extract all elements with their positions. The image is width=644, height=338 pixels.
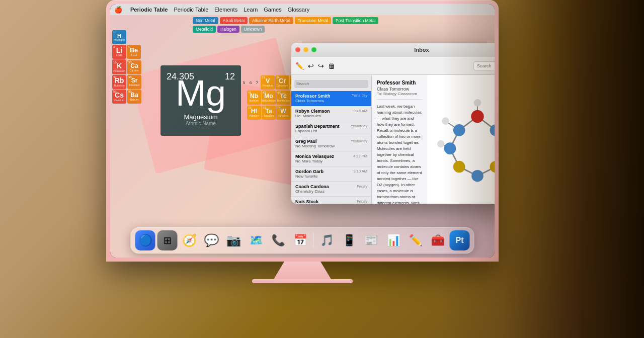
cat-alkali[interactable]: Alkali Metal [220,17,248,24]
cat-post-transition[interactable]: Post Transition Metal [333,17,378,24]
mail-folder-search[interactable] [294,80,368,88]
person-overlay [443,0,644,338]
mail-item-gordon[interactable]: 9:10 AM Gordon Garb New favorite [291,166,371,182]
imac-monitor: 🍎 Periodic Table Periodic Table Elements… [106,0,499,282]
menu-games[interactable]: Games [264,7,281,13]
dock-numbers[interactable]: 📊 [383,230,404,250]
reply-icon[interactable]: ↩ [308,62,314,70]
dock-messages[interactable]: 💬 [202,230,222,250]
dock-safari[interactable]: 🧭 [180,230,200,250]
dock-launchpad[interactable]: ⊞ [157,230,178,250]
close-button[interactable] [295,47,300,52]
menu-bar: 🍎 Periodic Table Periodic Table Elements… [110,4,495,15]
dock-calendar[interactable]: 📅 [290,230,310,250]
imac-base [252,279,353,283]
dock-maps[interactable]: 🗺️ [246,230,266,250]
element-Cr[interactable]: 24 Cr Chromium [275,75,289,90]
fullscreen-button[interactable] [311,47,316,52]
element-W[interactable]: 74 W Tungsten [276,106,290,120]
element-Rb[interactable]: 37 Rb Rubidium [112,75,126,89]
menu-elements[interactable]: Elements [214,7,237,13]
imac-screen: 🍎 Periodic Table Periodic Table Elements… [110,4,495,258]
menu-learn[interactable]: Learn [244,7,258,13]
mail-item-nick[interactable]: Friday Nick Stock Chemistry Class [291,197,371,204]
element-Be[interactable]: 4 Be 9.012 [127,45,141,59]
email-subject: Class Tomorrow [377,87,422,92]
element-K[interactable]: 19 K Potassium [112,60,126,74]
mail-item-greg[interactable]: Yesterday Greg Paul No Meeting Tomorrow [291,136,371,151]
menu-glossary[interactable]: Glossary [288,7,309,13]
element-Ta[interactable]: 73 Ta Tantalum [262,106,276,120]
cat-alkaline[interactable]: Alkaline Earth Metal [249,17,293,24]
dock-music[interactable]: 🎵 [317,230,337,250]
dock-pages[interactable]: ✏️ [406,230,426,250]
element-Ca[interactable]: 20 Ca Calcium [127,60,141,74]
minimize-button[interactable] [303,47,308,52]
dock-finder[interactable]: 🔵 [135,230,155,250]
mail-item-monica[interactable]: 4:22 PM Monica Velasquez No More Today [291,151,371,166]
mail-item-spanish[interactable]: Yesterday Spanish Department Español Lis… [291,121,371,136]
mail-list-sidebar: Yesterday Professor Smith Class Tomorrow… [291,75,372,204]
dock-photos[interactable]: 📷 [224,230,244,250]
email-to: To: Biology Classroom [377,92,422,96]
compose-icon[interactable]: ✏️ [295,62,304,70]
alkaline-column: 20 Ca Calcium 38 Sr Strontium 56 [127,60,141,104]
element-Li[interactable]: 3 Li 6.941 [112,45,126,59]
delete-icon[interactable]: 🗑 [328,62,335,70]
dock-separator-1 [313,232,314,248]
element-Cs[interactable]: 55 Cs Caesium [112,90,126,104]
desktop-background: Non Metal Alkali Metal Alkaline Earth Me… [110,15,495,258]
element-Sr[interactable]: 38 Sr Strontium [127,75,141,89]
dock-facetime[interactable]: 📞 [268,230,288,250]
mail-item-coach[interactable]: Friday Coach Cardona Chemistry Class [291,182,371,197]
element-Tc[interactable]: 43 Tc Technetium [276,91,290,105]
email-from: Professor Smith [377,80,422,86]
imac-body: 🍎 Periodic Table Periodic Table Elements… [106,0,499,262]
element-Nb[interactable]: 41 Nb Niobium [247,91,261,105]
cat-transition[interactable]: Transition Metal [295,17,331,24]
cat-nonmetal[interactable]: Non Metal [193,17,218,24]
menu-periodic-table[interactable]: Periodic Table [174,7,208,13]
app-name-menu[interactable]: Periodic Table [130,7,168,13]
email-header: Professor Smith Class Tomorrow To: Biolo… [377,80,422,100]
mail-search-area [291,75,371,91]
dock: 🔵 ⊞ 🧭 💬 📷 [131,227,474,254]
mail-content-area: Professor Smith Class Tomorrow To: Biolo… [372,75,427,204]
alkali-column: 19 K Potassium 37 Rb Rubidium 55 [112,60,126,104]
mail-item-robyn[interactable]: 9:45 AM Robyn Clemson Re: Molecules [291,106,371,121]
period5-transitions: 41 Nb Niobium 42 Mo Molybdenum 43 [247,91,290,105]
email-body: Last week, we began learning about molec… [377,104,422,204]
apple-menu-icon[interactable]: 🍎 [114,6,122,14]
element-Hf[interactable]: 72 Hf Hafnium [247,106,261,120]
element-Ba[interactable]: 56 Ba Barium [127,90,141,104]
element-H[interactable]: 1 H Hydrogen [112,30,126,44]
forward-icon[interactable]: ↪ [318,62,324,70]
background-scene: 🍎 Periodic Table Periodic Table Elements… [0,0,644,338]
element-Mo[interactable]: 42 Mo Molybdenum [262,91,276,105]
element-V[interactable]: 23 V Vanadium [261,75,275,90]
big-element-display[interactable]: 24.305 12 Mg Magnesium Atomic Name [160,65,241,136]
dock-podcasts[interactable]: 📱 [339,230,359,250]
mail-item-professor-smith[interactable]: Yesterday Professor Smith Class Tomorrow [291,91,371,106]
imac-stand [272,262,333,282]
dock-news[interactable]: 📰 [361,230,381,250]
